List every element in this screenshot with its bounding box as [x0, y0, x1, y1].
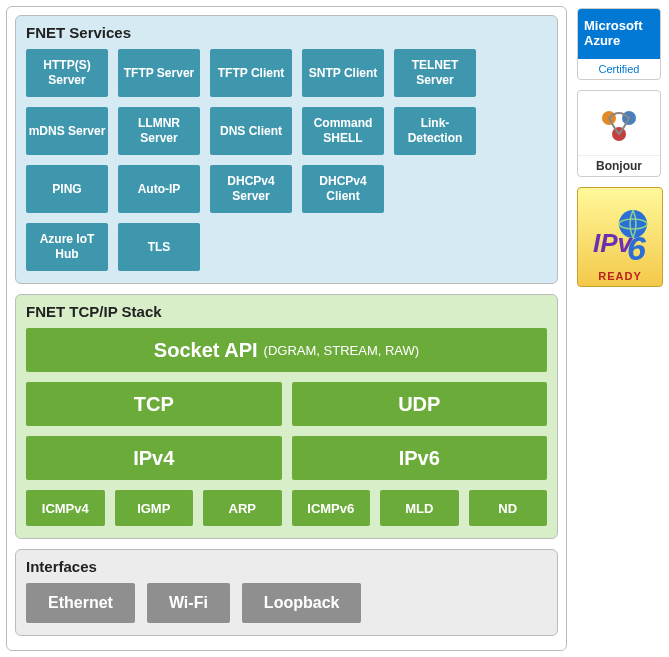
services-row: PING Auto-IP DHCPv4 Server DHCPv4 Client	[26, 165, 547, 213]
service-box: Auto-IP	[118, 165, 200, 213]
stack-body: Socket API (DGRAM, STREAM, RAW) TCP UDP …	[26, 328, 547, 526]
svg-text:6: 6	[627, 229, 647, 267]
ipv6-ready-label: READY	[578, 270, 662, 282]
service-box: TLS	[118, 223, 200, 271]
network-box: IPv4	[26, 436, 282, 480]
service-box: DHCPv4 Client	[302, 165, 384, 213]
transport-box: TCP	[26, 382, 282, 426]
service-box: PING	[26, 165, 108, 213]
azure-certified: Certified	[578, 59, 660, 79]
socket-api-label: Socket API	[154, 339, 258, 362]
interface-box: Loopback	[242, 583, 362, 623]
interface-box: Ethernet	[26, 583, 135, 623]
interface-box: Wi-Fi	[147, 583, 230, 623]
aux-box: ICMPv6	[292, 490, 371, 526]
services-row: HTTP(S) Server TFTP Server TFTP Client S…	[26, 49, 547, 97]
socket-api-sub: (DGRAM, STREAM, RAW)	[264, 343, 420, 358]
aux-box: IGMP	[115, 490, 194, 526]
bonjour-label: Bonjour	[578, 155, 660, 176]
service-box: mDNS Server	[26, 107, 108, 155]
stack-title: FNET TCP/IP Stack	[26, 303, 547, 320]
interfaces-panel: Interfaces Ethernet Wi-Fi Loopback	[15, 549, 558, 636]
services-row: mDNS Server LLMNR Server DNS Client Comm…	[26, 107, 547, 155]
badges-column: Microsoft Azure Certified Bonjour IPv 6 …	[577, 6, 663, 651]
service-box: Link-Detection	[394, 107, 476, 155]
ipv6-icon: IPv 6	[585, 202, 655, 272]
transport-row: TCP UDP	[26, 382, 547, 426]
service-box: TFTP Client	[210, 49, 292, 97]
service-box: LLMNR Server	[118, 107, 200, 155]
azure-badge: Microsoft Azure Certified	[577, 8, 661, 80]
aux-row: ICMPv4 IGMP ARP ICMPv6 MLD ND	[26, 490, 547, 526]
bonjour-badge: Bonjour	[577, 90, 661, 177]
main-column: FNET Services HTTP(S) Server TFTP Server…	[6, 6, 567, 651]
network-row: IPv4 IPv6	[26, 436, 547, 480]
aux-box: ICMPv4	[26, 490, 105, 526]
service-box: SNTP Client	[302, 49, 384, 97]
services-row: Azure IoT Hub TLS	[26, 223, 547, 271]
service-box: Azure IoT Hub	[26, 223, 108, 271]
ipv6-ready-badge: IPv 6 READY	[577, 187, 663, 287]
services-title: FNET Services	[26, 24, 547, 41]
service-box: HTTP(S) Server	[26, 49, 108, 97]
interfaces-title: Interfaces	[26, 558, 547, 575]
interfaces-row: Ethernet Wi-Fi Loopback	[26, 583, 547, 623]
stack-panel: FNET TCP/IP Stack Socket API (DGRAM, STR…	[15, 294, 558, 539]
bonjour-icon	[578, 91, 660, 155]
service-box: TELNET Server	[394, 49, 476, 97]
azure-title: Microsoft Azure	[578, 9, 660, 59]
services-grid: HTTP(S) Server TFTP Server TFTP Client S…	[26, 49, 547, 271]
service-box: DNS Client	[210, 107, 292, 155]
network-box: IPv6	[292, 436, 548, 480]
service-box: Command SHELL	[302, 107, 384, 155]
aux-box: MLD	[380, 490, 459, 526]
aux-box: ND	[469, 490, 548, 526]
socket-api-box: Socket API (DGRAM, STREAM, RAW)	[26, 328, 547, 372]
aux-box: ARP	[203, 490, 282, 526]
service-box: DHCPv4 Server	[210, 165, 292, 213]
service-box: TFTP Server	[118, 49, 200, 97]
transport-box: UDP	[292, 382, 548, 426]
services-panel: FNET Services HTTP(S) Server TFTP Server…	[15, 15, 558, 284]
